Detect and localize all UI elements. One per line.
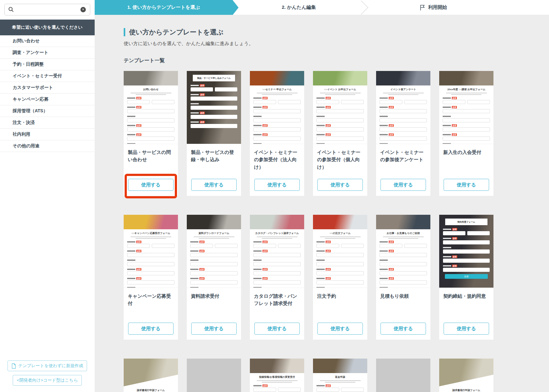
field-label: 必須: [380, 134, 427, 136]
mini-form-title: 返金申請: [316, 375, 364, 379]
field-label-line: [443, 238, 451, 239]
field-input: [253, 244, 276, 248]
mini-form: 登録情報/お客様情報の変更受付必須必須必須必須: [250, 373, 304, 392]
field-label-line: [380, 269, 388, 270]
sidebar-item[interactable]: カスタマーサポート: [0, 82, 95, 94]
use-template-button[interactable]: 使用する: [191, 179, 237, 191]
field-label: 必須: [127, 250, 174, 252]
template-card: 契約同意フォーム必須必須必須必須送信契約締結・規約同意使用する: [439, 215, 493, 340]
use-template-button[interactable]: 使用する: [128, 179, 174, 191]
use-template-button[interactable]: 使用する: [128, 323, 174, 335]
required-badge: 必須: [389, 133, 394, 136]
field-label: 必須: [380, 278, 427, 279]
text-line: [388, 238, 418, 239]
mini-form: 資料ダウンロードフォーム必須必須必須必須: [187, 229, 241, 288]
text-line: [257, 93, 298, 93]
field-label: [443, 115, 490, 117]
template-thumbnail: 登録情報/お客様情報の変更受付必須必須必須必須: [250, 359, 304, 392]
sidebar-item[interactable]: 注文・決済: [0, 117, 95, 129]
developer-code-type-button[interactable]: <開発者向け>コード型はこちら: [13, 375, 82, 386]
mini-form-title: お問い合わせ: [127, 88, 174, 91]
use-template-button[interactable]: 使用する: [444, 323, 489, 335]
text-line: [383, 93, 424, 93]
required-badge: 必須: [452, 97, 457, 99]
use-template-button[interactable]: 使用する: [381, 323, 426, 335]
field-label-line: [190, 250, 198, 252]
template-thumbnail: 製品・サービス申し込みフォーム必須必須必須必須: [187, 71, 241, 144]
use-template-button[interactable]: 使用する: [254, 179, 300, 191]
field-input: [253, 388, 276, 392]
sidebar-item[interactable]: 社内利用: [0, 129, 95, 140]
template-title: イベント・セミナーの参加後アンケート: [376, 144, 430, 163]
mini-form-field: 必須: [443, 256, 490, 263]
field-label-line: [127, 260, 135, 261]
mini-form-field: 必須: [190, 278, 238, 284]
mini-form: お仕事・お見積もりのご依頼必須必須必須必須: [376, 229, 430, 288]
mini-submit-button: 送信: [445, 274, 488, 279]
field-label: 必須: [316, 385, 364, 387]
use-template-button[interactable]: 使用する: [381, 179, 426, 191]
field-input: [443, 249, 490, 254]
field-label: 必須: [316, 241, 364, 243]
sidebar-item[interactable]: お問い合わせ: [0, 35, 95, 47]
field-label: 必須: [127, 268, 174, 270]
field-label-line: [253, 269, 262, 270]
required-badge: 必須: [452, 265, 457, 267]
text-line: [262, 238, 292, 239]
field-label: 必須: [253, 241, 301, 243]
sidebar-item[interactable]: イベント・セミナー受付: [0, 70, 95, 82]
use-template-button[interactable]: 使用する: [317, 179, 363, 191]
use-template-button[interactable]: 使用する: [317, 323, 363, 335]
field-label: [316, 259, 364, 261]
sidebar-item[interactable]: キャンペーン応募: [0, 94, 95, 105]
thumbnail-photo: [376, 215, 430, 229]
document-icon: [12, 363, 16, 369]
field-label-line: [190, 241, 198, 243]
field-label-line: [380, 97, 388, 99]
template-card: 必須必須: [376, 359, 430, 392]
field-label: 必須: [127, 97, 174, 99]
required-badge: 必須: [136, 124, 141, 127]
mini-form-field: 必須: [316, 97, 364, 104]
sidebar-item[interactable]: 調査・アンケート: [0, 47, 95, 59]
template-card: 20xx年度 ○○講習 お申込フォーム必須必須必須必須新入生の入会受付使用する: [439, 71, 493, 196]
text-line: [320, 380, 361, 381]
field-input: [443, 268, 490, 272]
template-card: ○○セミナー 申込フォーム必須必須必須必須イベント・セミナーの参加受付（法人向け…: [250, 71, 304, 196]
required-badge: 必須: [199, 250, 204, 252]
mini-form-field: [191, 103, 237, 110]
text-line: [131, 237, 171, 237]
create-without-template-button[interactable]: テンプレートを使わずに新規作成: [8, 360, 87, 371]
field-label-line: [127, 134, 135, 135]
step-choose-template-label: 1. 使い方からテンプレートを選ぶ: [127, 4, 200, 10]
field-input: [253, 137, 301, 141]
sidebar-item[interactable]: 採用管理（ATS）: [0, 105, 95, 117]
field-label-line: [316, 269, 325, 270]
field-label-line: [443, 134, 451, 135]
template-title: 資料請求受付: [187, 288, 241, 300]
required-badge: 必須: [326, 384, 331, 387]
field-label: 必須: [253, 97, 301, 99]
flag-icon: [420, 4, 425, 11]
template-title: 契約締結・規約同意: [439, 288, 493, 300]
search-input[interactable]: [4, 4, 90, 15]
field-label: 必須: [253, 385, 301, 387]
image-placeholder: [187, 359, 241, 392]
sidebar-item[interactable]: 予約・日程調整: [0, 59, 95, 70]
field-label: [380, 259, 427, 261]
mini-form-title: 20xx年度 ○○講習 お申込フォーム: [443, 88, 490, 91]
main-content: 使い方からテンプレートを選ぶ 使い方に近いものを選んで、かんたん編集に進みましょ…: [95, 15, 549, 392]
mini-form-field: 必須: [380, 250, 427, 257]
required-badge: 必須: [200, 121, 205, 123]
progress-stepper: 1. 使い方からテンプレートを選ぶ 2. かんたん編集 利用開始: [95, 0, 549, 15]
clear-search-icon[interactable]: ✕: [80, 7, 86, 12]
sidebar-item[interactable]: その他の用途: [0, 140, 95, 152]
use-template-button[interactable]: 使用する: [254, 323, 300, 335]
required-badge: 必須: [389, 277, 394, 280]
use-template-button[interactable]: 使用する: [191, 323, 237, 335]
required-badge: 必須: [452, 255, 457, 258]
field-label: 必須: [127, 106, 174, 108]
field-label: 必須: [316, 125, 364, 126]
use-template-button[interactable]: 使用する: [444, 179, 489, 191]
template-thumbnail: お問い合わせ必須必須必須必須: [124, 71, 178, 144]
